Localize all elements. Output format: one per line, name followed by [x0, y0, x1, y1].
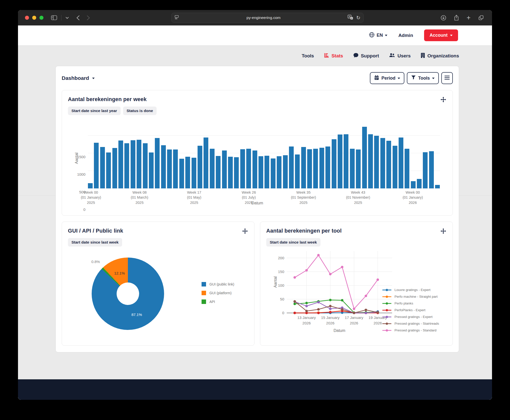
hamburger-icon [444, 75, 450, 81]
page-footer [18, 379, 492, 400]
chevron-down-icon [92, 78, 95, 80]
nav-item-organizations[interactable]: Organizations [421, 53, 459, 59]
bar [283, 155, 288, 188]
minimize-window-button[interactable] [32, 16, 36, 20]
bar [253, 150, 257, 188]
nav-item-users[interactable]: Users [389, 53, 411, 59]
x-tick-label: Week 43(01 November)2025 [346, 190, 370, 205]
bar [216, 156, 221, 188]
translate-icon[interactable]: A ✦ [348, 15, 353, 21]
bar [228, 157, 233, 188]
nav-item-label: Stats [331, 53, 343, 59]
menu-button[interactable] [441, 72, 453, 84]
stats-icon [324, 53, 329, 59]
bar [88, 183, 93, 188]
legend-label: Louvre gratings - Expert [394, 288, 430, 292]
tab-overview-icon[interactable] [478, 15, 484, 21]
language-selector[interactable]: EN [369, 32, 387, 39]
legend-item: Pressed gratings - Standard [382, 328, 439, 332]
nav-item-label: Users [397, 53, 411, 59]
legend-label: API [209, 300, 215, 304]
legend-marker [382, 302, 392, 305]
zoom-window-button[interactable] [39, 16, 43, 20]
svg-text:✦: ✦ [351, 17, 353, 19]
move-icon [440, 97, 446, 103]
globe-icon [369, 32, 375, 39]
drag-card-button[interactable] [438, 225, 449, 237]
x-axis-label: Datum [251, 201, 263, 205]
card-title: Aantal berekeningen per week [68, 96, 447, 103]
legend-item: API [202, 299, 234, 304]
share-icon[interactable] [454, 15, 459, 21]
dashboard-selector[interactable]: Dashboard [62, 75, 95, 81]
nav-item-stats[interactable]: Stats [324, 53, 343, 59]
bar [155, 138, 160, 188]
forward-icon[interactable] [87, 15, 90, 20]
main-navigation: ToolsStatsSupportUsersOrganizations [18, 45, 492, 59]
bar [222, 150, 227, 188]
svg-text:200: 200 [278, 256, 284, 260]
admin-link[interactable]: Admin [398, 33, 413, 38]
bar [192, 158, 196, 188]
move-icon [440, 228, 446, 234]
bar [149, 152, 154, 188]
bar [350, 149, 355, 189]
account-label: Account [430, 33, 448, 38]
new-tab-icon[interactable]: + [467, 14, 471, 21]
drag-card-button[interactable] [438, 94, 449, 105]
url-text[interactable]: py-engineering.com [179, 15, 348, 20]
card-title: GUI / API / Public link [68, 228, 248, 234]
bar [429, 151, 434, 188]
nav-item-label: Organizations [427, 53, 459, 59]
nav-item-support[interactable]: Support [353, 53, 379, 59]
language-label: EN [377, 33, 383, 38]
bar [405, 149, 409, 189]
filter-badge: Status is done [123, 107, 157, 115]
legend-item: Pressed gratings - Stairtreads [382, 322, 439, 325]
bar [368, 134, 373, 188]
pie-slice-label: 0.8% [91, 259, 100, 264]
dashboard-label: Dashboard [62, 75, 89, 81]
sidebar-chevron-down-icon[interactable] [65, 17, 69, 19]
svg-text:100: 100 [278, 283, 284, 287]
bar [325, 146, 330, 188]
y-tick-label: 0 [83, 207, 85, 212]
dashboard-panel: Dashboard Period [55, 66, 459, 352]
close-window-button[interactable] [25, 16, 29, 20]
bar [417, 179, 422, 188]
chevron-down-icon [385, 35, 387, 37]
legend-marker [382, 315, 392, 318]
legend-label: PerfoPlanks - Expert [394, 308, 425, 312]
bar [143, 143, 148, 188]
pie-slice-label: 12.1% [114, 271, 125, 275]
reader-view-icon[interactable] [175, 15, 179, 20]
tools-filter-label: Tools [418, 76, 430, 81]
bar [319, 148, 324, 188]
bar [173, 149, 178, 188]
downloads-icon[interactable] [441, 15, 446, 21]
y-tick-label: 1000 [77, 172, 85, 176]
bar [112, 148, 117, 188]
bar [362, 127, 367, 188]
x-tick-label: Week 00(01 January)2026 [403, 190, 423, 205]
bar [271, 158, 275, 188]
back-icon[interactable] [76, 15, 80, 20]
svg-text:13 January: 13 January [297, 315, 316, 320]
svg-text:17 January: 17 January [345, 315, 363, 320]
bar [435, 185, 440, 188]
address-bar[interactable]: py-engineering.com A ✦ ↻ [171, 13, 364, 23]
legend-item: Pressed gratings - Expert [382, 315, 439, 319]
browser-toolbar: py-engineering.com A ✦ ↻ [18, 10, 492, 25]
bar [313, 149, 318, 189]
drag-card-button[interactable] [239, 225, 251, 237]
svg-text:50: 50 [280, 297, 284, 301]
period-button[interactable]: Period [370, 72, 404, 84]
tools-filter-button[interactable]: Tools [407, 72, 439, 84]
sidebar-icon[interactable] [51, 15, 57, 20]
bar [277, 156, 281, 188]
nav-item-tools[interactable]: Tools [302, 53, 314, 59]
bar [344, 134, 348, 188]
donut-chart: 87.1%12.1%0.8% GUI (public link) GUI (pl… [68, 247, 248, 341]
reload-icon[interactable]: ↻ [356, 15, 360, 20]
account-button[interactable]: Account [424, 29, 458, 41]
